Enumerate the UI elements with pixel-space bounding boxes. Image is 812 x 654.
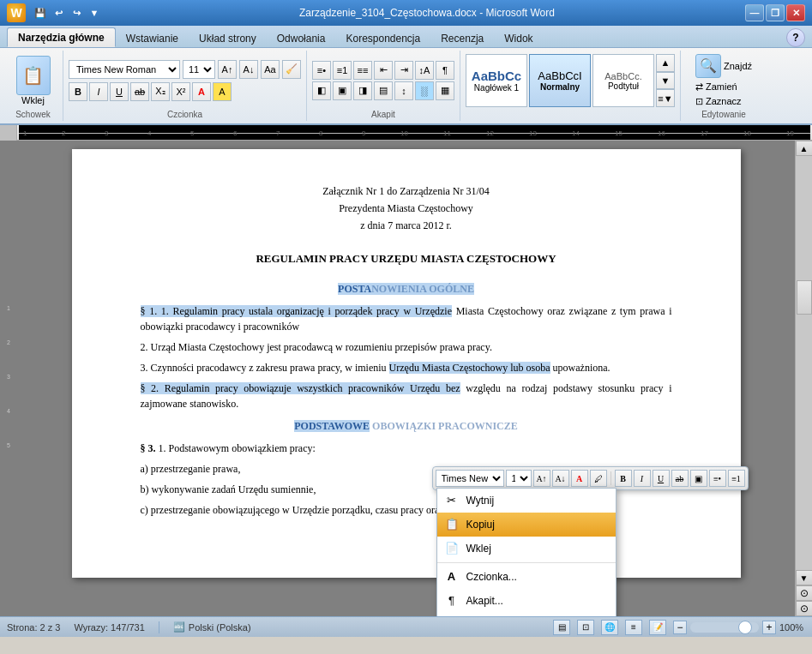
svg-text:11: 11 <box>443 129 451 137</box>
font-size-select[interactable]: 11 <box>183 60 215 79</box>
zoom-control: − + 100% <box>673 621 805 634</box>
underline-button[interactable]: U <box>110 82 129 101</box>
mini-text-color[interactable]: A <box>571 470 588 487</box>
ctx-paste[interactable]: 📄 Wklej <box>437 537 616 561</box>
heading1-label: Nagłówek 1 <box>474 83 519 93</box>
superscript-button[interactable]: X² <box>171 82 190 101</box>
zoom-out-button[interactable]: − <box>673 621 687 634</box>
bold-button[interactable]: B <box>69 82 87 101</box>
mini-size-select[interactable]: 11 <box>506 470 532 487</box>
find-button[interactable]: 🔍 Znajdź <box>695 54 752 78</box>
tab-home[interactable]: Narzędzia główne <box>7 27 116 47</box>
mini-underline[interactable]: U <box>653 470 670 487</box>
style-heading1[interactable]: AaBbCc Nagłówek 1 <box>466 54 527 107</box>
mini-bullets[interactable]: ≡• <box>709 470 726 487</box>
document-area: 1 2 3 4 5 Załącznik Nr 1 do Zarządzenia … <box>0 141 812 616</box>
mini-font-select[interactable]: Times New <box>436 470 504 487</box>
styles-more[interactable]: ≡▼ <box>656 89 675 107</box>
tab-insert[interactable]: Wstawianie <box>116 29 189 47</box>
line-spacing-button[interactable]: ↕ <box>394 81 413 100</box>
zoom-in-button[interactable]: + <box>762 621 776 634</box>
align-center-button[interactable]: ▣ <box>333 81 352 100</box>
highlight-button[interactable]: A <box>213 82 232 101</box>
tab-references[interactable]: Odwołania <box>267 29 336 47</box>
tab-page-layout[interactable]: Układ strony <box>189 29 267 47</box>
sort-button[interactable]: ↕A <box>415 61 434 80</box>
numbering-button[interactable]: ≡1 <box>333 61 352 80</box>
select-label: Zaznacz <box>706 96 742 106</box>
tab-mailings[interactable]: Korespondencja <box>335 29 430 47</box>
border-button[interactable]: ▦ <box>436 81 454 100</box>
decrease-indent-button[interactable]: ⇤ <box>374 61 393 80</box>
subscript-button[interactable]: X₂ <box>151 82 170 101</box>
svg-text:6: 6 <box>233 129 238 137</box>
quick-access-dropdown[interactable]: ▼ <box>87 6 102 20</box>
mini-numbering[interactable]: ≡1 <box>728 470 745 487</box>
paste-icon: 📋 <box>16 56 51 95</box>
mini-bold[interactable]: B <box>615 470 632 487</box>
save-button[interactable]: 💾 <box>33 6 48 20</box>
svg-text:15: 15 <box>615 129 623 137</box>
view-fullscreen-button[interactable]: ⊡ <box>577 620 594 635</box>
ctx-cut[interactable]: ✂ Wytnij <box>437 489 616 513</box>
status-right: ▤ ⊡ 🌐 ≡ 📝 − + 100% <box>553 620 805 635</box>
document-title: REGULAMIN PRACY URZĘDU MIASTA CZĘSTOCHOW… <box>141 250 672 267</box>
ctx-font[interactable]: A Czcionka... <box>437 565 616 589</box>
shading-button[interactable]: ░ <box>415 81 434 100</box>
mini-italic[interactable]: I <box>634 470 651 487</box>
next-page-button[interactable]: ⊙ <box>796 601 813 616</box>
svg-text:4: 4 <box>7 408 10 414</box>
styles-scroll-down[interactable]: ▼ <box>656 72 675 90</box>
ctx-copy[interactable]: 📋 Kopiuj <box>437 513 616 537</box>
paste-button[interactable]: 📋 Wklej <box>13 54 54 107</box>
view-draft-button[interactable]: 📝 <box>649 620 666 635</box>
strikethrough-button[interactable]: ab <box>130 82 149 101</box>
mini-center[interactable]: ▣ <box>690 470 707 487</box>
align-right-button[interactable]: ◨ <box>353 81 372 100</box>
increase-font-button[interactable]: A↑ <box>218 60 237 79</box>
mini-strikethrough[interactable]: ab <box>671 470 689 487</box>
clear-format-button[interactable]: 🧹 <box>282 60 301 79</box>
mini-highlight[interactable]: 🖊 <box>590 470 607 487</box>
style-subtitle[interactable]: AaBbCc. Podtytuł <box>592 54 654 107</box>
tab-view[interactable]: Widok <box>494 29 543 47</box>
scroll-thumb[interactable] <box>797 280 812 315</box>
undo-button[interactable]: ↩ <box>51 6 66 20</box>
zoom-slider[interactable] <box>690 622 759 633</box>
help-button[interactable]: ? <box>786 28 805 47</box>
style-normal[interactable]: AaBbCcI Normalny <box>529 54 591 107</box>
decrease-font-button[interactable]: A↓ <box>239 60 258 79</box>
replace-button[interactable]: ⇄ Zamień <box>695 81 737 93</box>
view-print-button[interactable]: ▤ <box>553 620 570 635</box>
text-color-button[interactable]: A <box>192 82 211 101</box>
minimize-button[interactable]: — <box>745 4 764 21</box>
close-button[interactable]: ✕ <box>786 4 805 21</box>
mini-increase-font[interactable]: A↑ <box>533 470 550 487</box>
scroll-down-button[interactable]: ▼ <box>796 570 813 585</box>
prev-page-button[interactable]: ⊙ <box>796 585 813 601</box>
svg-text:9: 9 <box>362 129 366 137</box>
redo-button[interactable]: ↪ <box>69 6 84 20</box>
scroll-up-button[interactable]: ▲ <box>796 141 813 156</box>
increase-indent-button[interactable]: ⇥ <box>394 61 413 80</box>
ctx-paragraph[interactable]: ¶ Akapit... <box>437 589 616 613</box>
restore-button[interactable]: ❐ <box>766 4 785 21</box>
svg-text:19: 19 <box>786 129 794 137</box>
italic-button[interactable]: I <box>89 82 108 101</box>
mini-decrease-font[interactable]: A↓ <box>552 470 569 487</box>
select-button[interactable]: ⊡ Zaznacz <box>695 96 742 107</box>
font-name-select[interactable]: Times New Roman <box>69 60 180 79</box>
align-left-button[interactable]: ◧ <box>312 81 331 100</box>
multilevel-list-button[interactable]: ≡≡ <box>353 61 372 80</box>
bullets-button[interactable]: ≡• <box>312 61 331 80</box>
ctx-bullets[interactable]: ≡ Punktory ▶ <box>437 613 616 616</box>
show-para-button[interactable]: ¶ <box>436 61 454 80</box>
justify-button[interactable]: ▤ <box>374 81 393 100</box>
view-web-button[interactable]: 🌐 <box>601 620 618 635</box>
document-main: Załącznik Nr 1 do Zarządzenia Nr 31/04 P… <box>17 141 795 616</box>
tab-review[interactable]: Recenzja <box>430 29 494 47</box>
styles-scroll-up[interactable]: ▲ <box>656 54 675 72</box>
view-outline-button[interactable]: ≡ <box>625 620 642 635</box>
change-case-button[interactable]: Aa <box>261 60 280 79</box>
vertical-scrollbar[interactable]: ▲ ▼ ⊙ ⊙ <box>795 141 812 616</box>
